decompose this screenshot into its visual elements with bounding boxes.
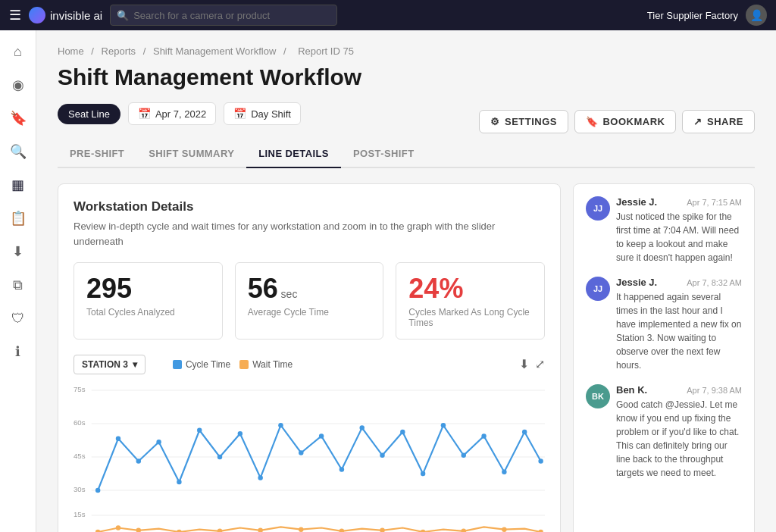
svg-point-42 (340, 528, 344, 532)
comment-body-bk: Ben K. Apr 7, 9:38 AM Good catch @Jessie… (616, 384, 742, 480)
comment-time-jj1: Apr 7, 7:15 AM (687, 198, 742, 207)
legend-wait-label: Wait Time (252, 359, 293, 370)
stat-total-cycles-label: Total Cycles Analyzed (86, 307, 210, 318)
svg-text:45s: 45s (74, 452, 86, 460)
tab-line-details[interactable]: LINE DETAILS (246, 140, 341, 168)
download-chart-icon[interactable]: ⬇ (519, 357, 529, 371)
svg-point-38 (177, 529, 181, 532)
bookmark-button[interactable]: 🔖 BOOKMARK (574, 110, 677, 133)
comment-body-jj2: Jessie J. Apr 7, 8:32 AM It happened aga… (616, 277, 742, 372)
stat-avg-cycle: 56 sec Average Cycle Time (235, 262, 384, 340)
legend-cycle-label: Cycle Time (186, 359, 230, 370)
breadcrumb-workflow[interactable]: Shift Management Workflow (153, 45, 276, 57)
svg-point-21 (278, 422, 283, 427)
svg-point-40 (258, 527, 262, 532)
chart-panel: Workstation Details Review in-depth cycl… (58, 183, 561, 532)
sidebar-item-bookmark[interactable]: 🔖 (3, 103, 33, 133)
svg-point-28 (421, 471, 425, 476)
svg-text:60s: 60s (74, 418, 86, 427)
line-chart: 75s 60s 45s 30s 15s 0 (74, 382, 545, 532)
svg-point-31 (481, 433, 486, 439)
breadcrumb-sep1: / (91, 45, 94, 57)
share-button[interactable]: ↗ SHARE (682, 110, 755, 133)
stat-avg-cycle-value: 56 sec (248, 274, 371, 304)
sidebar-item-layers[interactable]: ⧉ (3, 270, 33, 300)
svg-point-37 (136, 527, 141, 532)
svg-point-27 (400, 429, 405, 434)
tab-shift-summary[interactable]: SHIFT SUMMARY (136, 140, 246, 168)
comment-avatar-bk: BK (586, 384, 610, 408)
shift-calendar-icon: 📅 (233, 108, 246, 120)
svg-point-15 (156, 439, 161, 444)
stat-long-cycles-value: 24% (408, 274, 532, 304)
comment-item: JJ Jessie J. Apr 7, 7:15 AM Just noticed… (586, 196, 742, 264)
factory-label: Tier Supplier Factory (647, 10, 738, 21)
sidebar-item-chart[interactable]: ▦ (3, 170, 33, 200)
expand-chart-icon[interactable]: ⤢ (535, 357, 545, 371)
svg-point-29 (441, 422, 446, 427)
svg-point-17 (197, 427, 202, 433)
sidebar-item-home[interactable]: ⌂ (3, 36, 33, 67)
workstation-title: Workstation Details (74, 199, 545, 214)
filters: Seat Line 📅 Apr 7, 2022 📅 Day Shift (58, 102, 301, 125)
filter-shift[interactable]: 📅 Day Shift (224, 102, 301, 125)
sidebar-item-search[interactable]: 🔍 (3, 136, 33, 167)
comment-text-bk: Good catch @JessieJ. Let me know if you … (616, 398, 742, 480)
svg-point-43 (380, 527, 384, 532)
svg-point-46 (502, 527, 506, 532)
search-bar[interactable]: 🔍 (110, 5, 337, 26)
breadcrumb-home[interactable]: Home (58, 45, 84, 57)
station-select[interactable]: STATION 3 ▾ (74, 355, 146, 374)
comment-time-jj2: Apr 7, 8:32 AM (687, 278, 742, 287)
svg-point-14 (136, 458, 141, 464)
avatar[interactable]: 👤 (746, 5, 767, 26)
settings-icon: ⚙ (490, 116, 500, 127)
svg-point-35 (95, 529, 100, 532)
sidebar-item-shield[interactable]: 🛡 (3, 303, 33, 333)
logo-circle (29, 7, 45, 23)
breadcrumb-reports[interactable]: Reports (102, 45, 136, 57)
svg-point-19 (238, 430, 242, 436)
stat-long-cycles: 24% Cycles Marked As Long Cycle Times (396, 262, 545, 340)
stat-long-cycles-label: Cycles Marked As Long Cycle Times (408, 307, 532, 328)
svg-point-32 (502, 469, 506, 474)
svg-point-26 (380, 452, 384, 458)
chart-actions: ⬇ ⤢ (519, 357, 545, 371)
hamburger-icon[interactable]: ☰ (9, 7, 21, 23)
sidebar-item-info[interactable]: ℹ (3, 336, 33, 367)
svg-point-47 (538, 529, 543, 532)
bookmark-label: BOOKMARK (602, 116, 665, 127)
search-input[interactable] (133, 10, 330, 21)
svg-point-36 (116, 525, 120, 530)
comments-panel: JJ Jessie J. Apr 7, 7:15 AM Just noticed… (573, 183, 755, 532)
sidebar-item-download[interactable]: ⬇ (3, 236, 33, 267)
svg-point-12 (95, 487, 100, 493)
filter-seat-line[interactable]: Seat Line (58, 104, 120, 124)
share-icon: ↗ (693, 116, 702, 127)
filter-date-label: Apr 7, 2022 (155, 108, 206, 120)
breadcrumb: Home / Reports / Shift Management Workfl… (58, 45, 755, 57)
svg-point-30 (462, 452, 466, 458)
legend-wait-time: Wait Time (239, 359, 293, 370)
filter-date[interactable]: 📅 Apr 7, 2022 (128, 102, 216, 125)
svg-point-34 (538, 458, 543, 464)
svg-text:30s: 30s (74, 485, 86, 493)
comment-header-bk: Ben K. Apr 7, 9:38 AM (616, 384, 742, 396)
sidebar-item-camera[interactable]: ◉ (3, 70, 33, 100)
content-area: Home / Reports / Shift Management Workfl… (36, 30, 776, 532)
tab-pre-shift[interactable]: PRE-SHIFT (58, 140, 136, 168)
tab-post-shift[interactable]: POST-SHIFT (341, 140, 427, 168)
svg-point-18 (217, 454, 222, 459)
svg-text:75s: 75s (74, 385, 86, 393)
svg-text:15s: 15s (74, 510, 86, 518)
settings-button[interactable]: ⚙ SETTINGS (479, 110, 568, 133)
sidebar-item-report[interactable]: 📋 (3, 203, 33, 233)
legend-cycle-dot (173, 360, 182, 369)
svg-point-33 (522, 429, 527, 434)
comment-name-bk: Ben K. (616, 384, 647, 396)
legend-cycle-time: Cycle Time (173, 359, 230, 370)
comment-body-jj1: Jessie J. Apr 7, 7:15 AM Just noticed th… (616, 196, 742, 264)
svg-point-22 (299, 450, 303, 455)
sidebar: ⌂ ◉ 🔖 🔍 ▦ 📋 ⬇ ⧉ 🛡 ℹ (0, 30, 36, 532)
main-content: Home / Reports / Shift Management Workfl… (36, 30, 776, 532)
